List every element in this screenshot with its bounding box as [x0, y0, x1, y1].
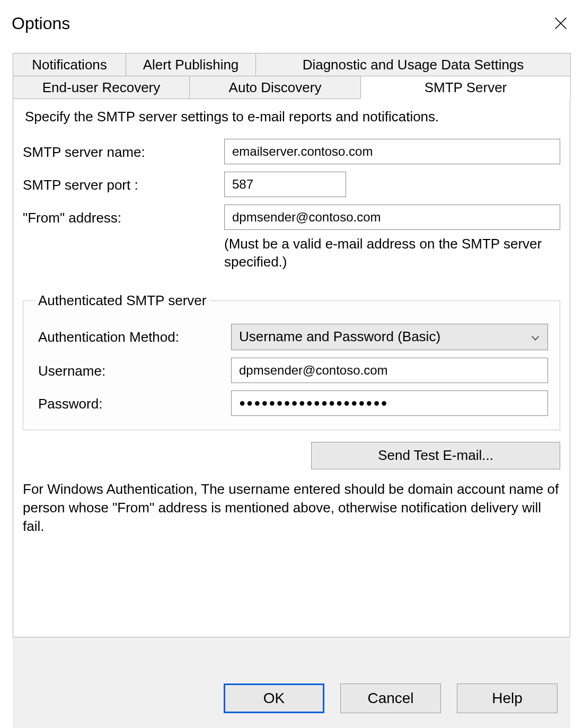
auth-group: Authenticated SMTP server Authentication… [23, 292, 560, 430]
tab-end-user-recovery[interactable]: End-user Recovery [13, 76, 190, 99]
from-address-label: "From" address: [23, 205, 224, 226]
help-button[interactable]: Help [457, 683, 558, 713]
tab-alert-publishing[interactable]: Alert Publishing [126, 53, 256, 76]
cancel-button[interactable]: Cancel [340, 683, 441, 713]
ok-button[interactable]: OK [224, 683, 324, 713]
auth-method-select[interactable]: Username and Password (Basic) [231, 324, 548, 350]
password-input[interactable] [231, 390, 548, 416]
dialog-buttons: OK Cancel Help [224, 683, 558, 713]
send-test-email-button[interactable]: Send Test E-mail... [311, 442, 560, 469]
chevron-down-icon [529, 331, 541, 343]
auth-legend: Authenticated SMTP server [35, 292, 209, 309]
auth-footnote: For Windows Authentication, The username… [23, 480, 560, 536]
password-label: Password: [35, 390, 231, 412]
titlebar: Options [0, 0, 583, 42]
options-dialog: Options Notifications Alert Publishing D… [0, 0, 583, 728]
window-title: Options [12, 14, 70, 33]
tab-smtp-server[interactable]: SMTP Server [360, 76, 571, 99]
tabs: Notifications Alert Publishing Diagnosti… [13, 53, 570, 637]
smtp-panel: Specify the SMTP server settings to e-ma… [13, 99, 570, 637]
auth-method-label: Authentication Method: [35, 324, 231, 345]
smtp-server-port-label: SMTP server port : [23, 172, 224, 193]
tab-auto-discovery[interactable]: Auto Discovery [189, 76, 361, 99]
from-address-hint: (Must be a valid e-mail address on the S… [224, 235, 560, 271]
smtp-description: Specify the SMTP server settings to e-ma… [25, 109, 560, 125]
smtp-server-name-label: SMTP server name: [23, 139, 224, 161]
close-icon [553, 16, 568, 31]
tab-notifications[interactable]: Notifications [13, 53, 126, 76]
content-area: Notifications Alert Publishing Diagnosti… [13, 53, 570, 728]
username-label: Username: [35, 358, 231, 379]
auth-method-value: Username and Password (Basic) [239, 329, 440, 345]
from-address-input[interactable] [224, 205, 560, 230]
close-button[interactable] [549, 12, 572, 35]
tab-diagnostic-usage[interactable]: Diagnostic and Usage Data Settings [255, 53, 571, 76]
username-input[interactable] [231, 358, 548, 383]
smtp-server-port-input[interactable] [224, 172, 346, 197]
smtp-server-name-input[interactable] [224, 139, 560, 164]
